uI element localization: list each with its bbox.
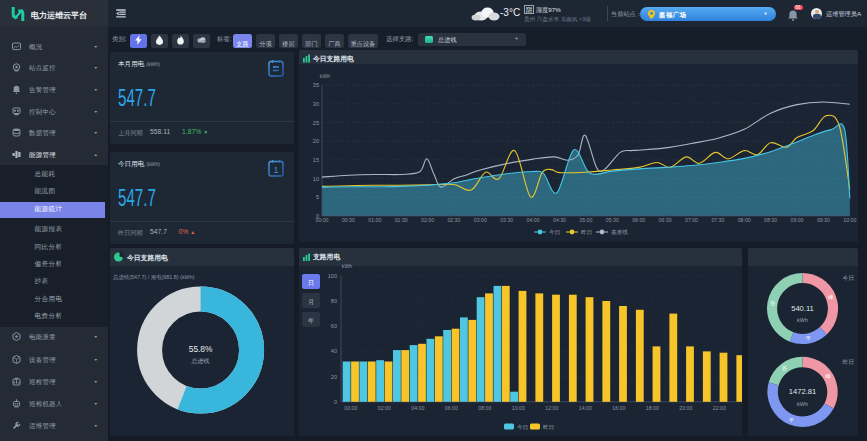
svg-text:09:30: 09:30 [817,217,830,223]
svg-text:55.8%: 55.8% [189,344,213,354]
svg-text:今日: 今日 [549,229,560,235]
svg-text:00:00: 00:00 [316,217,329,223]
svg-text:03:30: 03:30 [500,217,513,223]
svg-text:04:00: 04:00 [527,217,540,223]
svg-text:10: 10 [313,176,319,182]
svg-text:35: 35 [313,82,319,88]
svg-text:kWh: kWh [797,317,808,323]
svg-text:谷: 谷 [782,365,787,372]
svg-text:总进线: 总进线 [191,358,210,365]
svg-text:0: 0 [334,399,337,405]
svg-text:今日支路用电: 今日支路用电 [312,55,354,63]
svg-text:昨日: 昨日 [842,359,854,366]
svg-text:5: 5 [316,194,319,200]
svg-text:08:30: 08:30 [764,217,777,223]
svg-text:20: 20 [331,374,337,380]
svg-text:00:30: 00:30 [342,217,355,223]
svg-text:06:30: 06:30 [659,217,672,223]
svg-text:08:00: 08:00 [478,405,491,411]
svg-text:05:00: 05:00 [579,217,592,223]
svg-text:02:00: 02:00 [421,217,434,223]
svg-text:峰: 峰 [828,294,833,300]
svg-text:昨日: 昨日 [581,229,592,235]
svg-text:16:00: 16:00 [612,405,625,411]
svg-text:01:00: 01:00 [368,217,381,223]
svg-text:02:30: 02:30 [447,217,460,223]
svg-text:01:30: 01:30 [395,217,408,223]
svg-text:1: 1 [273,165,278,175]
svg-text:kWh: kWh [320,73,330,79]
svg-text:日: 日 [308,279,314,287]
svg-text:谷: 谷 [770,300,775,307]
svg-text:月: 月 [308,298,314,306]
svg-text:kWh: kWh [797,401,808,407]
svg-text:基准线: 基准线 [611,229,628,235]
svg-text:今日: 今日 [517,424,528,430]
svg-text:年: 年 [308,317,314,324]
svg-text:09:00: 09:00 [791,217,804,223]
svg-text:05:30: 05:30 [606,217,619,223]
svg-text:40: 40 [331,348,337,354]
svg-text:14:00: 14:00 [579,405,592,411]
svg-text:1472.81: 1472.81 [789,387,816,396]
svg-text:12:00: 12:00 [545,405,558,411]
svg-text:20: 20 [313,138,319,144]
svg-text:30: 30 [313,101,319,107]
svg-text:总进线(547.7) / 用电(981.8) (kWh): 总进线(547.7) / 用电(981.8) (kWh) [112,274,195,281]
svg-text:峰: 峰 [826,373,831,379]
svg-text:03:00: 03:00 [474,217,487,223]
svg-text:10:00: 10:00 [512,405,525,411]
svg-text:平: 平 [789,417,794,423]
svg-text:07:30: 07:30 [711,217,724,223]
svg-text:00:00: 00:00 [344,405,357,411]
svg-text:07:00: 07:00 [685,217,698,223]
svg-text:22:00: 22:00 [713,405,726,411]
svg-text:18:00: 18:00 [646,405,659,411]
svg-text:15: 15 [313,157,319,163]
svg-text:支路用电: 支路用电 [312,253,340,261]
svg-text:60: 60 [331,323,337,329]
svg-text:今日: 今日 [842,275,854,282]
svg-text:04:00: 04:00 [411,405,424,411]
svg-text:80: 80 [331,298,337,304]
svg-text:kWh: kWh [342,263,352,269]
svg-text:06:00: 06:00 [632,217,645,223]
svg-text:540.11: 540.11 [791,304,814,313]
svg-text:04:30: 04:30 [553,217,566,223]
svg-text:02:00: 02:00 [378,405,391,411]
svg-text:25: 25 [313,120,319,126]
svg-text:平: 平 [806,335,811,341]
svg-text:08:00: 08:00 [738,217,751,223]
svg-text:100: 100 [328,273,337,279]
svg-text:昨日: 昨日 [543,424,554,430]
svg-text:10:00: 10:00 [843,217,856,223]
svg-text:今日支路用电: 今日支路用电 [126,254,168,262]
svg-text:20:00: 20:00 [679,405,692,411]
svg-text:06:00: 06:00 [445,405,458,411]
